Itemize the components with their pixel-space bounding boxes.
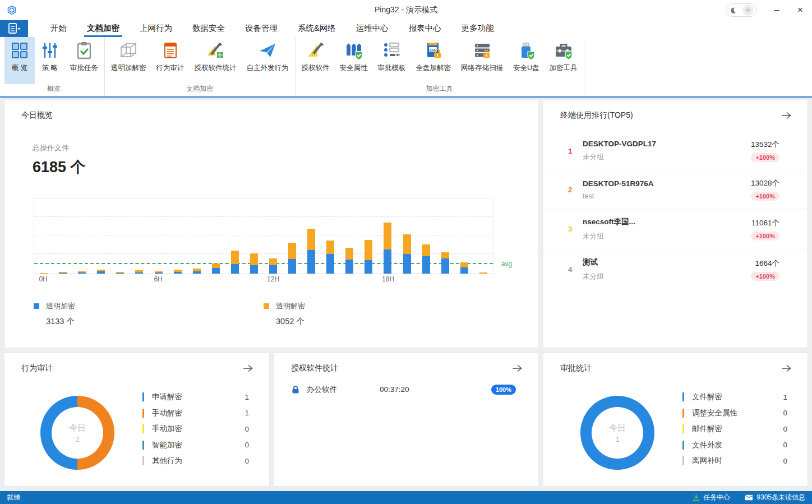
tool-cube[interactable]: 透明加解密 [106, 37, 151, 84]
bar-segment [78, 272, 86, 274]
legend-value: 1 [783, 393, 787, 401]
sun-icon[interactable] [742, 4, 754, 16]
bar-segment [384, 249, 391, 274]
tool-server-lock[interactable]: 网络存储扫描 [456, 37, 508, 84]
bar-hour-4 [110, 272, 130, 274]
tool-fence-shield[interactable]: 安全属性 [335, 37, 373, 84]
bar-hour-5 [130, 270, 149, 274]
legend-swatch [34, 303, 39, 309]
bar-segment [135, 272, 143, 274]
licensed-software-panel: 授权软件统计 办公软件 00:37:20 100% [274, 353, 539, 487]
rank-number: 4 [568, 265, 583, 274]
change-badge: +100% [751, 272, 779, 281]
behavior-audit-legend: 申请解密1手动解密1手动加密0智能加密0其他行为0 [142, 389, 249, 469]
terminal-ranking-panel: 终端使用排行(TOP5) 1DESKTOP-VGDPL17未分组13532个+1… [543, 100, 808, 348]
usb-shield-icon [516, 41, 536, 60]
window-controls: – × [726, 1, 812, 20]
behavior-audit-title: 行为审计 [21, 363, 53, 373]
clipboard-check-icon [75, 41, 94, 60]
tool-template-list[interactable]: 审批模板 [373, 37, 411, 84]
tool-ruler-stats[interactable]: 授权软件统计 [190, 37, 242, 84]
software-category: 办公软件 [307, 385, 380, 395]
bar-hour-11 [244, 253, 264, 274]
bar-segment [250, 253, 258, 265]
change-badge: +100% [751, 153, 779, 162]
legend-item: 文件解密1 [682, 389, 787, 405]
tool-sliders[interactable]: 策 略 [35, 37, 65, 84]
tab-2[interactable]: 文档加密 [85, 20, 121, 37]
terminal-ranking-row[interactable]: 1DESKTOP-VGDPL17未分组13532个+100% [543, 132, 808, 170]
terminal-name: DESKTOP-51R976A [583, 179, 751, 188]
bar-hour-8 [187, 269, 206, 274]
tool-paper-plane[interactable]: 自主外发行为 [242, 37, 294, 84]
legend-label: 透明加密 [46, 301, 75, 311]
donut-center-label: 今日 [609, 423, 626, 433]
tool-label: 审批模板 [378, 63, 406, 73]
theme-toggle[interactable] [726, 3, 757, 17]
software-usage-row: 办公软件 00:37:20 100% [291, 382, 516, 400]
bar-segment [479, 272, 487, 274]
tool-toolbox-shield[interactable]: 加密工具 [545, 37, 583, 84]
arrow-right-icon[interactable] [781, 111, 792, 120]
unread-messages-button[interactable]: 9305条未读信息 [745, 493, 805, 502]
tab-9[interactable]: 更多功能 [460, 20, 496, 37]
minimize-button[interactable]: – [765, 1, 788, 20]
tool-label: 策 略 [42, 63, 58, 73]
tab-8[interactable]: 报表中心 [407, 20, 443, 37]
tool-ssd-lock[interactable]: SSD全盘加解密 [411, 37, 456, 84]
bar-hour-22 [455, 262, 474, 274]
moon-icon[interactable] [729, 7, 736, 14]
task-center-button[interactable]: 任务中心 [693, 493, 730, 502]
arrow-right-icon[interactable] [242, 364, 253, 373]
terminal-group: 未分组 [583, 232, 751, 241]
legend-label: 文件外发 [692, 440, 783, 450]
terminal-ranking-row[interactable]: 3nsecsoft李国...未分组11061个+100% [543, 209, 808, 249]
tab-6[interactable]: 系统&网络 [296, 20, 338, 37]
terminal-count: 11061个 [751, 218, 779, 228]
legend-swatch [142, 456, 144, 465]
bar-segment [174, 272, 182, 274]
tool-audit-list[interactable]: 行为审计 [151, 37, 190, 84]
bar-segment [231, 251, 239, 264]
bar-hour-16 [340, 248, 359, 274]
tool-usb-shield[interactable]: 安全U盘 [508, 37, 545, 84]
bar-segment [231, 264, 239, 274]
main-menu-button[interactable] [0, 20, 28, 37]
grid-icon [10, 41, 29, 60]
legend-swatch [142, 392, 144, 401]
ssd-lock-icon: SSD [424, 41, 443, 60]
terminal-ranking-row[interactable]: 4测试未分组1664个+100% [543, 249, 808, 289]
legend-label: 透明解密 [276, 301, 305, 311]
tool-ruler-pencil[interactable]: 授权软件 [297, 37, 335, 84]
approval-stats-legend: 文件解密1调整安全属性0邮件解密0文件外发0离网补时0 [682, 389, 787, 469]
tool-grid[interactable]: 概 览 [4, 37, 35, 84]
terminal-ranking-row[interactable]: 2DESKTOP-51R976Atest13028个+100% [543, 170, 808, 209]
legend-count: 3052 个 [276, 316, 493, 327]
bar-hour-14 [302, 229, 321, 274]
tab-5[interactable]: 设备管理 [243, 20, 279, 37]
rank-number: 3 [568, 225, 583, 233]
menu-document-icon [7, 22, 21, 35]
tab-4[interactable]: 数据安全 [191, 20, 227, 37]
cube-icon [119, 41, 138, 60]
tab-3[interactable]: 上网行为 [138, 20, 174, 37]
server-lock-icon [473, 41, 492, 60]
download-icon [693, 494, 700, 501]
chart-x-axis: 0H6H12H18H [34, 275, 493, 284]
close-button[interactable]: × [788, 1, 812, 20]
tab-1[interactable]: 开始 [49, 20, 68, 37]
tool-label: 安全U盘 [513, 63, 539, 73]
bar-segment [326, 254, 334, 274]
tab-7[interactable]: 运维中心 [354, 20, 390, 37]
ribbon-group: 授权软件安全属性审批模板SSD全盘加解密网络存储扫描安全U盘加密工具加密工具 [296, 37, 584, 96]
bar-hour-10 [225, 251, 244, 274]
behavior-audit-panel: 行为审计 今日 2 申请解密1手动解密1手动加密0智能加密0其他行为0 [4, 353, 270, 487]
arrow-right-icon[interactable] [781, 364, 792, 373]
terminal-group: 未分组 [583, 272, 751, 281]
total-files-metric: 总操作文件 6185 个 [33, 143, 86, 177]
legend-value: 0 [244, 425, 249, 433]
tool-clipboard-check[interactable]: 审批任务 [65, 37, 103, 84]
ribbon-tab-row: 开始文档加密上网行为数据安全设备管理系统&网络运维中心报表中心更多功能 [0, 20, 812, 37]
chart-bars [34, 199, 493, 274]
arrow-right-icon[interactable] [511, 364, 523, 373]
